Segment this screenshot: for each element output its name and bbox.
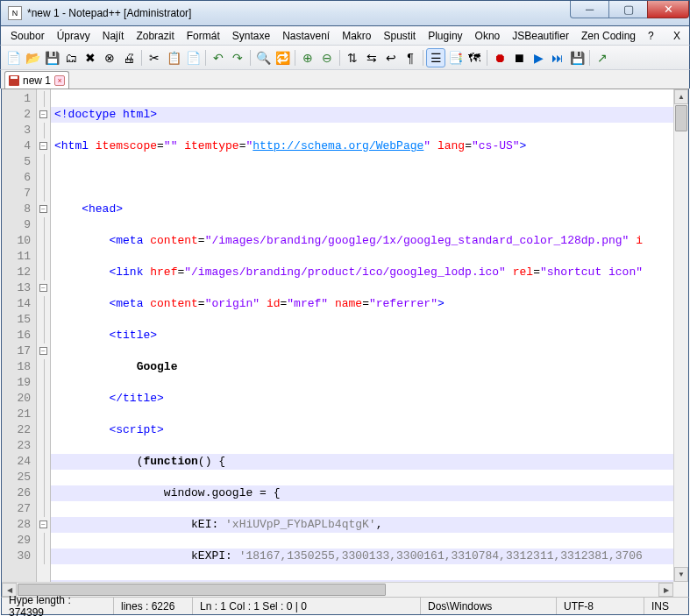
replace-icon[interactable]: 🔁 xyxy=(274,49,291,67)
menu-jsbeautifier[interactable]: JSBeautifier xyxy=(506,28,575,44)
print-icon[interactable]: 🖨 xyxy=(120,49,138,67)
doc-map-icon[interactable]: 🗺 xyxy=(466,49,483,67)
status-eol: Dos\Windows xyxy=(421,598,557,614)
menu-zencoding[interactable]: Zen Coding xyxy=(575,28,642,44)
separator xyxy=(205,50,206,66)
menu-zobrazit[interactable]: Zobrazit xyxy=(130,28,180,44)
editor: 1234567891011121314151617181920212223242… xyxy=(1,89,689,597)
window-controls: ─ ▢ ✕ xyxy=(571,1,689,18)
separator xyxy=(339,50,340,66)
tab-new-1[interactable]: new 1 × xyxy=(4,71,69,89)
find-icon[interactable]: 🔍 xyxy=(254,49,272,67)
fold-toggle[interactable]: − xyxy=(39,205,47,213)
status-position: Ln : 1 Col : 1 Sel : 0 | 0 xyxy=(193,598,421,614)
launch-icon[interactable]: ↗ xyxy=(594,49,611,67)
copy-icon[interactable]: 📋 xyxy=(165,49,182,67)
minimize-button[interactable]: ─ xyxy=(570,1,609,18)
zoom-in-icon[interactable]: ⊕ xyxy=(299,49,317,67)
unsaved-icon xyxy=(9,75,19,86)
status-bar: Hype length : 374399 lines : 6226 Ln : 1… xyxy=(1,597,689,615)
menu-makro[interactable]: Makro xyxy=(336,28,377,44)
fold-toggle[interactable]: − xyxy=(39,142,47,150)
app-icon: N xyxy=(8,6,22,20)
separator xyxy=(141,50,142,66)
menu-pluginy[interactable]: Pluginy xyxy=(422,28,468,44)
status-lines: lines : 6226 xyxy=(114,598,193,614)
redo-icon[interactable]: ↷ xyxy=(229,49,246,67)
fold-toggle[interactable]: − xyxy=(39,520,47,528)
play-icon[interactable]: ▶ xyxy=(530,49,547,67)
undo-icon[interactable]: ↶ xyxy=(210,49,227,67)
sync-h-icon[interactable]: ⇆ xyxy=(363,49,381,67)
title-bar: N *new 1 - Notepad++ [Administrator] ─ ▢… xyxy=(0,0,690,26)
tab-label: new 1 xyxy=(23,74,51,87)
scroll-corner xyxy=(673,582,688,597)
play-multi-icon[interactable]: ⏭ xyxy=(549,49,566,67)
toolbar: 📄 📂 💾 🗂 ✖ ⊗ 🖨 ✂ 📋 📄 ↶ ↷ 🔍 🔁 ⊕ ⊖ ⇅ ⇆ ↩ ¶ … xyxy=(0,45,690,69)
menu-close-doc[interactable]: X xyxy=(668,28,686,44)
close-button[interactable]: ✕ xyxy=(647,1,689,18)
status-length: Hype length : 374399 xyxy=(2,598,114,614)
sync-v-icon[interactable]: ⇅ xyxy=(344,49,361,67)
menu-okno[interactable]: Okno xyxy=(469,28,507,44)
scroll-thumb[interactable] xyxy=(675,105,687,131)
status-encoding: UTF-8 xyxy=(557,598,644,614)
menu-najit[interactable]: Najít xyxy=(96,28,131,44)
code-area[interactable]: <!doctype html> <html itemscope="" itemt… xyxy=(51,89,688,597)
close-file-icon[interactable]: ✖ xyxy=(82,49,99,67)
zoom-out-icon[interactable]: ⊖ xyxy=(318,49,336,67)
record-icon[interactable]: ⏺ xyxy=(491,49,509,67)
separator xyxy=(250,50,251,66)
menu-syntaxe[interactable]: Syntaxe xyxy=(226,28,276,44)
status-mode: INS xyxy=(644,598,688,614)
close-all-icon[interactable]: ⊗ xyxy=(101,49,118,67)
new-file-icon[interactable]: 📄 xyxy=(4,49,22,67)
indent-guide-icon[interactable]: ☰ xyxy=(427,49,445,67)
window-title: *new 1 - Notepad++ [Administrator] xyxy=(27,7,191,19)
fold-toggle[interactable]: − xyxy=(39,110,47,118)
func-list-icon[interactable]: 📑 xyxy=(446,49,464,67)
menu-spustit[interactable]: Spustit xyxy=(378,28,423,44)
scroll-down-icon[interactable]: ▼ xyxy=(674,567,688,582)
menu-soubor[interactable]: Soubor xyxy=(4,28,51,44)
vertical-scrollbar[interactable]: ▲ ▼ xyxy=(673,89,688,582)
menu-nastaveni[interactable]: Nastavení xyxy=(276,28,336,44)
line-number-gutter: 1234567891011121314151617181920212223242… xyxy=(2,89,37,597)
separator xyxy=(487,50,487,66)
scroll-up-icon[interactable]: ▲ xyxy=(674,89,688,104)
fold-toggle[interactable]: − xyxy=(39,284,47,292)
menu-format[interactable]: Formát xyxy=(181,28,226,44)
fold-toggle[interactable]: − xyxy=(39,347,47,355)
open-file-icon[interactable]: 📂 xyxy=(24,49,41,67)
fold-margin: − − − − − − xyxy=(37,89,51,597)
menu-bar: Soubor Úpravy Najít Zobrazit Formát Synt… xyxy=(0,26,690,45)
save-icon[interactable]: 💾 xyxy=(43,49,60,67)
separator xyxy=(295,50,295,66)
scroll-right-icon[interactable]: ▶ xyxy=(658,583,673,597)
menu-help[interactable]: ? xyxy=(642,28,660,44)
tab-close-icon[interactable]: × xyxy=(54,75,65,86)
paste-icon[interactable]: 📄 xyxy=(184,49,202,67)
stop-icon[interactable]: ⏹ xyxy=(510,49,528,67)
save-all-icon[interactable]: 🗂 xyxy=(62,49,80,67)
save-macro-icon[interactable]: 💾 xyxy=(568,49,586,67)
maximize-button[interactable]: ▢ xyxy=(608,1,648,18)
separator xyxy=(589,50,590,66)
tab-bar: new 1 × xyxy=(0,69,690,89)
wrap-icon[interactable]: ↩ xyxy=(382,49,400,67)
menu-upravy[interactable]: Úpravy xyxy=(51,28,96,44)
cut-icon[interactable]: ✂ xyxy=(146,49,163,67)
show-all-chars-icon[interactable]: ¶ xyxy=(402,49,419,67)
separator xyxy=(423,50,423,66)
